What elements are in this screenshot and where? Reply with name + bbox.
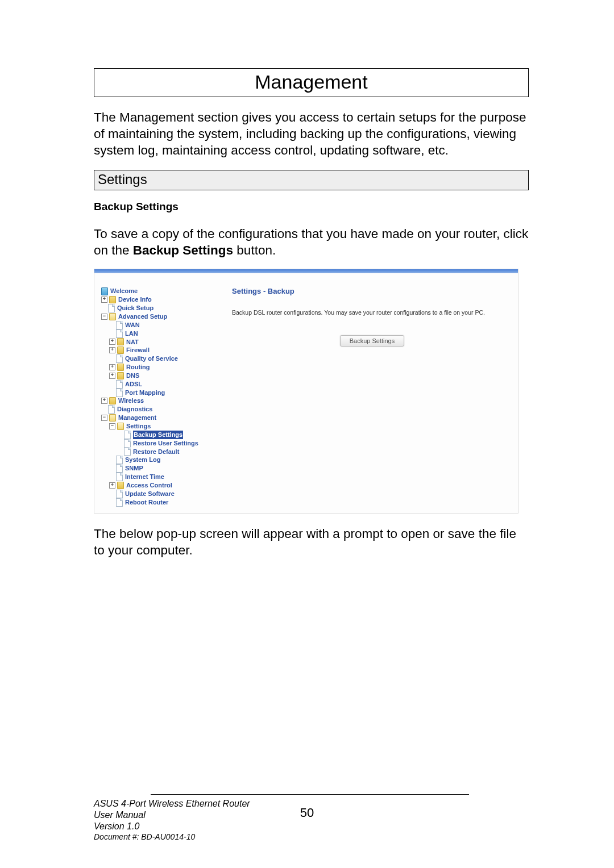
tree-device-info[interactable]: + Device Info [101, 295, 215, 304]
tree-dns[interactable]: + DNS [101, 372, 215, 380]
expand-icon[interactable]: + [109, 347, 115, 353]
tree-reboot-router[interactable]: Reboot Router [101, 498, 215, 507]
folder-closed-icon [117, 482, 124, 489]
expand-icon[interactable]: + [101, 398, 107, 404]
tree-management[interactable]: − Management [101, 414, 215, 422]
section-header-settings: Settings [94, 170, 529, 190]
page-icon [108, 406, 115, 413]
page-icon [116, 389, 123, 396]
tree-label: Backup Settings [133, 431, 183, 439]
tree-label: Wireless [118, 397, 144, 405]
tree-label: WAN [125, 321, 140, 329]
tree-update-software[interactable]: Update Software [101, 490, 215, 498]
page-icon [116, 490, 123, 497]
tree-restore-user-settings[interactable]: Restore User Settings [101, 439, 215, 448]
tree-label: System Log [125, 456, 160, 464]
nav-tree: Welcome + Device Info Quick Setup − Adva… [101, 287, 215, 506]
tree-label: ADSL [125, 380, 142, 389]
folder-open-icon [117, 423, 124, 429]
tree-system-log[interactable]: System Log [101, 456, 215, 464]
tree-label: Quick Setup [117, 304, 154, 312]
tree-snmp[interactable]: SNMP [101, 464, 215, 473]
tree-port-mapping[interactable]: Port Mapping [101, 389, 215, 397]
router-admin-screenshot: Welcome + Device Info Quick Setup − Adva… [94, 269, 518, 514]
tree-welcome[interactable]: Welcome [101, 287, 215, 295]
tree-label: DNS [126, 372, 139, 380]
subhead-backup-settings: Backup Settings [94, 201, 529, 213]
collapse-icon[interactable]: − [109, 423, 115, 429]
folder-closed-icon [117, 347, 124, 354]
tree-label: Firewall [126, 346, 150, 354]
tree-backup-settings[interactable]: Backup Settings [101, 431, 215, 439]
panel-description: Backup DSL router configurations. You ma… [232, 309, 512, 316]
content-pane: Settings - Backup Backup DSL router conf… [215, 287, 512, 506]
tree-label: NAT [126, 338, 139, 347]
page-icon [116, 457, 123, 464]
backup-settings-button[interactable]: Backup Settings [340, 335, 405, 347]
panel-title: Settings - Backup [232, 287, 512, 295]
tree-label: Settings [126, 422, 151, 431]
page-icon [116, 322, 123, 328]
tree-settings[interactable]: − Settings [101, 422, 215, 431]
tree-routing[interactable]: + Routing [101, 363, 215, 372]
tree-nat[interactable]: + NAT [101, 338, 215, 347]
tree-label: Management [118, 414, 156, 422]
collapse-icon[interactable]: − [101, 415, 107, 421]
tree-restore-default[interactable]: Restore Default [101, 448, 215, 456]
tree-label: Quality of Service [125, 354, 178, 363]
page-icon [124, 431, 131, 438]
tree-lan[interactable]: LAN [101, 329, 215, 338]
tree-label: SNMP [125, 464, 143, 473]
tree-access-control[interactable]: + Access Control [101, 481, 215, 490]
tree-advanced-setup[interactable]: − Advanced Setup [101, 312, 215, 321]
footer-version: Version 1.0 [94, 821, 526, 832]
page-icon [124, 440, 131, 446]
page-title: Management [94, 68, 529, 97]
tree-label: Restore Default [133, 448, 179, 456]
page-icon [116, 330, 123, 337]
tree-wireless[interactable]: + Wireless [101, 397, 215, 405]
tree-firewall[interactable]: + Firewall [101, 346, 215, 354]
footer-manual: User Manual [94, 809, 526, 821]
tree-internet-time[interactable]: Internet Time [101, 473, 215, 481]
folder-closed-icon [109, 297, 116, 303]
page-icon [116, 356, 123, 362]
page-icon [116, 465, 123, 472]
tree-label: Update Software [125, 490, 175, 498]
folder-closed-icon [109, 398, 116, 404]
footer-rule [151, 794, 469, 795]
expand-icon[interactable]: + [109, 482, 115, 489]
page-icon [108, 305, 115, 312]
footer: ASUS 4-Port Wireless Ethernet Router Use… [94, 794, 526, 842]
app-icon [101, 288, 108, 295]
page-icon [124, 448, 131, 455]
tree-label: Welcome [110, 287, 138, 295]
instruction-bold: Backup Settings [133, 243, 233, 257]
page-icon [116, 499, 123, 506]
expand-icon[interactable]: + [109, 373, 115, 379]
folder-closed-icon [117, 364, 124, 371]
folder-closed-icon [117, 339, 124, 345]
footer-product: ASUS 4-Port Wireless Ethernet Router [94, 798, 526, 809]
intro-paragraph: The Management section gives you access … [94, 110, 529, 158]
page-icon [116, 473, 123, 480]
tree-label: Device Info [118, 295, 152, 304]
page-icon [116, 381, 123, 387]
expand-icon[interactable]: + [109, 364, 115, 370]
tree-label: Routing [126, 363, 150, 372]
tree-quick-setup[interactable]: Quick Setup [101, 304, 215, 312]
folder-open-icon [109, 415, 116, 422]
instruction-post: button. [233, 243, 276, 257]
tree-qos[interactable]: Quality of Service [101, 354, 215, 363]
collapse-icon[interactable]: − [101, 314, 107, 320]
expand-icon[interactable]: + [101, 297, 107, 303]
instruction-paragraph: To save a copy of the configurations tha… [94, 226, 529, 259]
tree-diagnostics[interactable]: Diagnostics [101, 405, 215, 414]
tree-wan[interactable]: WAN [101, 321, 215, 329]
tree-label: Access Control [126, 481, 172, 490]
tree-label: Advanced Setup [118, 312, 167, 321]
after-paragraph: The below pop-up screen will appear with… [94, 526, 529, 559]
expand-icon[interactable]: + [109, 339, 115, 345]
tree-adsl[interactable]: ADSL [101, 380, 215, 389]
tree-label: Internet Time [125, 473, 164, 481]
